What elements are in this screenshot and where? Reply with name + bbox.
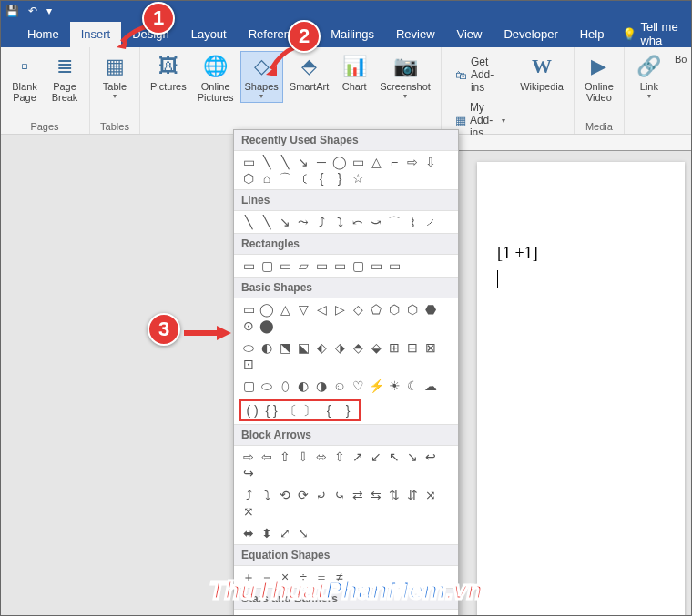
shape-star[interactable]: ✫ — [312, 612, 331, 616]
shape-basic[interactable]: ▽ — [294, 301, 312, 318]
shape-arrow[interactable]: ⇆ — [367, 487, 385, 503]
shape-basic[interactable]: ⬯ — [276, 378, 294, 394]
shape-arrow[interactable]: ↘ — [403, 449, 422, 465]
shape-arrow[interactable]: ⇳ — [331, 449, 349, 465]
shape-item[interactable]: ↘ — [294, 154, 312, 170]
shape-bracket[interactable]: 〕 — [300, 402, 319, 419]
shape-rect[interactable]: ▢ — [258, 258, 276, 274]
shape-arrow[interactable]: ⬄ — [312, 449, 331, 465]
shape-basic[interactable]: ⬠ — [367, 301, 385, 318]
shape-basic[interactable]: ⊠ — [422, 339, 440, 356]
shape-arrow[interactable]: ↪ — [239, 465, 258, 481]
online-video-button[interactable]: ▶Online Video — [580, 51, 618, 106]
shape-rect[interactable]: ▱ — [294, 258, 312, 274]
shape-basic[interactable]: ⬘ — [349, 339, 367, 356]
shape-arrow[interactable]: ⤡ — [294, 525, 312, 541]
shape-item[interactable]: ⌐ — [385, 154, 403, 170]
shape-star[interactable]: ✭ — [349, 612, 367, 616]
shape-star[interactable]: ✬ — [331, 612, 349, 616]
shape-basic[interactable]: ⬔ — [276, 339, 294, 356]
online-pictures-button[interactable]: 🌐Online Pictures — [193, 51, 239, 106]
page-break-button[interactable]: ≣Page Break — [46, 51, 84, 106]
shape-arrow[interactable]: ↩ — [422, 449, 440, 465]
shape-line[interactable]: ⤻ — [367, 214, 385, 230]
redo-dropdown-icon[interactable]: ▾ — [46, 5, 52, 17]
tab-insert[interactable]: Insert — [70, 22, 122, 47]
shape-basic[interactable]: ⬡ — [403, 301, 422, 318]
shape-item[interactable]: ☆ — [349, 170, 367, 187]
shape-arrow[interactable]: ⇧ — [276, 449, 294, 465]
shape-item[interactable]: ⌒ — [276, 170, 294, 187]
shape-basic[interactable]: ◐ — [294, 378, 312, 394]
shape-basic[interactable]: ▭ — [239, 301, 258, 318]
shape-item[interactable]: ⇩ — [422, 154, 440, 170]
shape-arrow[interactable]: ⟲ — [276, 487, 294, 503]
shape-line[interactable]: ⌇ — [403, 214, 422, 230]
shape-basic[interactable]: ☁ — [422, 378, 440, 394]
document-page[interactable]: [1 +1] — [477, 162, 685, 616]
shape-item[interactable]: } — [331, 170, 349, 187]
shape-bracket[interactable]: { — [320, 402, 338, 419]
shape-basic[interactable]: ⬤ — [258, 318, 276, 334]
shape-arrow[interactable]: ⇵ — [403, 487, 422, 503]
shape-rect[interactable]: ▭ — [331, 258, 349, 274]
shape-item[interactable]: ⇨ — [403, 154, 422, 170]
shape-line[interactable]: ⤵ — [331, 214, 349, 230]
shape-basic[interactable]: ◑ — [312, 378, 331, 394]
shape-item[interactable]: ▭ — [349, 154, 367, 170]
shape-line[interactable]: ⟋ — [422, 214, 440, 230]
shape-arrow[interactable]: ↖ — [385, 449, 403, 465]
shape-basic[interactable]: ⬭ — [239, 339, 258, 356]
shape-basic[interactable]: ♡ — [349, 378, 367, 394]
shape-arrow[interactable]: ⤾ — [312, 487, 331, 503]
shape-arrow[interactable]: ⟳ — [294, 487, 312, 503]
tab-home[interactable]: Home — [16, 22, 70, 47]
shape-bracket[interactable]: 〔 — [281, 402, 300, 419]
shape-arrow[interactable]: ⬍ — [258, 525, 276, 541]
shape-basic[interactable]: ☀ — [385, 378, 403, 394]
tab-view[interactable]: View — [446, 22, 494, 47]
shape-arrow[interactable]: ⤨ — [422, 487, 440, 503]
shape-star[interactable]: ✩ — [276, 612, 294, 616]
horizontal-ruler[interactable] — [459, 135, 692, 151]
shape-basic[interactable]: ⊙ — [239, 318, 258, 334]
shape-basic[interactable]: ⬭ — [258, 378, 276, 394]
shape-basic[interactable]: ▢ — [239, 378, 258, 394]
shape-arrow[interactable]: ↗ — [349, 449, 367, 465]
shape-arrow[interactable]: ⤧ — [239, 503, 258, 520]
tell-me-search[interactable]: 💡 Tell me wha — [615, 20, 692, 47]
shape-arrow[interactable]: ⇅ — [385, 487, 403, 503]
tab-mailings[interactable]: Mailings — [320, 22, 385, 47]
shape-item[interactable]: ▭ — [239, 154, 258, 170]
shape-arrow[interactable]: ⇄ — [349, 487, 367, 503]
shape-basic[interactable]: ▷ — [331, 301, 349, 318]
shape-bracket[interactable]: ( ) — [243, 402, 261, 419]
undo-icon[interactable]: ↶ — [28, 5, 37, 17]
shape-star[interactable]: ✦ — [239, 612, 258, 616]
wikipedia-button[interactable]: WWikipedia — [515, 51, 568, 95]
shape-item[interactable]: ╲ — [258, 154, 276, 170]
shape-star[interactable]: ✮ — [367, 612, 385, 616]
shape-line[interactable]: ⤺ — [349, 214, 367, 230]
shape-arrow[interactable]: ⤿ — [331, 487, 349, 503]
shape-item[interactable]: ╲ — [276, 154, 294, 170]
shape-rect[interactable]: ▢ — [349, 258, 367, 274]
blank-page-button[interactable]: ▫Blank Page — [5, 51, 44, 106]
shape-item[interactable]: △ — [367, 154, 385, 170]
shape-basic[interactable]: ⊞ — [385, 339, 403, 356]
shape-star[interactable]: ✪ — [294, 612, 312, 616]
save-icon[interactable]: 💾 — [5, 5, 19, 17]
tab-review[interactable]: Review — [385, 22, 446, 47]
shape-arrow[interactable]: ⬌ — [239, 525, 258, 541]
shape-basic[interactable]: ◐ — [258, 339, 276, 356]
shape-line[interactable]: ⤴ — [312, 214, 331, 230]
tab-layout[interactable]: Layout — [180, 22, 238, 47]
shape-line[interactable]: ⤳ — [294, 214, 312, 230]
shape-star[interactable]: ⚙ — [422, 612, 440, 616]
shape-basic[interactable]: ⚡ — [367, 378, 385, 394]
shape-arrow[interactable]: ⤴ — [239, 487, 258, 503]
shape-line[interactable]: ↘ — [276, 214, 294, 230]
table-button[interactable]: ▦Table▾ — [96, 51, 134, 103]
tab-help[interactable]: Help — [569, 22, 616, 47]
shape-basic[interactable]: ⬡ — [385, 301, 403, 318]
